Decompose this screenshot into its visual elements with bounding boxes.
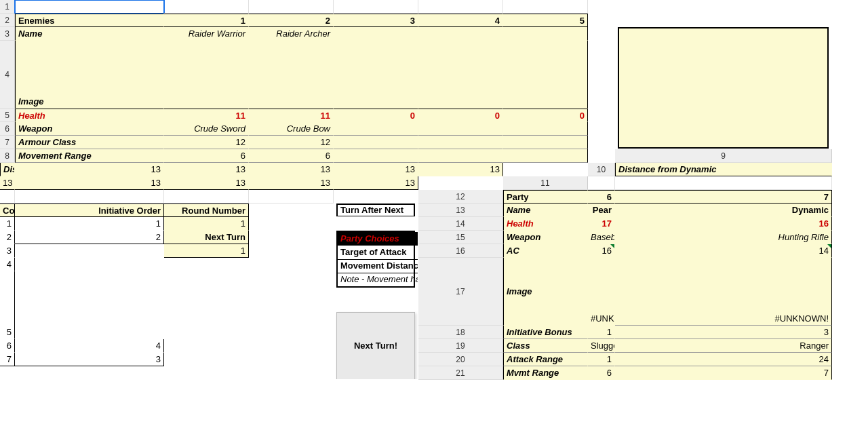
enemy-dist-pear[interactable]: 13 (164, 163, 249, 176)
party-image[interactable]: #UNKNOWN! (588, 258, 615, 326)
party-class[interactable]: Slugger (588, 339, 615, 353)
enemy-move[interactable]: 6 (164, 149, 249, 163)
cell[interactable] (164, 0, 249, 14)
enemy-ac[interactable] (418, 136, 503, 149)
cell[interactable] (164, 339, 249, 353)
cell[interactable] (164, 380, 249, 393)
row-header[interactable]: 19 (418, 339, 503, 353)
enemy-move[interactable] (418, 149, 503, 163)
enemy-health[interactable]: 11 (164, 109, 249, 122)
enemy-weapon[interactable] (334, 122, 418, 136)
enemy-dist-pear[interactable]: 13 (334, 163, 418, 176)
cell[interactable] (418, 0, 503, 14)
row-header[interactable]: 4 (0, 41, 15, 109)
row-header[interactable]: 11 (503, 176, 588, 190)
enemy-name[interactable]: Raider Archer (249, 27, 334, 41)
row-header[interactable]: 10 (588, 163, 615, 176)
row-header[interactable]: 7 (0, 136, 15, 149)
cell[interactable] (164, 271, 249, 339)
enemy-name[interactable]: Raider Warrior (164, 27, 249, 41)
row-header[interactable]: 12 (418, 190, 503, 204)
cell[interactable] (588, 176, 615, 190)
enemy-health[interactable]: 11 (249, 109, 334, 122)
cell[interactable] (15, 258, 164, 271)
combatant-list-item[interactable]: 6 (0, 339, 15, 353)
enemy-ac[interactable] (503, 136, 588, 149)
enemy-health[interactable]: 0 (418, 109, 503, 122)
party-ac[interactable]: 16 (588, 244, 615, 258)
row-header[interactable]: 18 (418, 326, 503, 339)
enemy-weapon[interactable] (418, 122, 503, 136)
party-atk-range[interactable]: 24 (615, 353, 832, 366)
party-health[interactable]: 17 (588, 217, 615, 231)
enemy-dist-dyn[interactable]: 13 (334, 176, 418, 190)
enemy-dist-pear[interactable]: 13 (15, 163, 164, 176)
next-turn-button[interactable]: Next Turn! (336, 312, 415, 380)
row-header[interactable]: 17 (418, 258, 503, 326)
combatant-list-item[interactable]: 4 (0, 258, 15, 271)
row-header[interactable]: 21 (418, 366, 503, 380)
cell[interactable] (164, 366, 249, 380)
cell[interactable] (0, 190, 15, 204)
initiative-order-item[interactable]: 1 (15, 217, 164, 231)
party-weapon[interactable]: Hunting Rifle (615, 231, 832, 244)
enemy-move[interactable] (334, 149, 418, 163)
enemy-dist-pear[interactable]: 13 (418, 163, 503, 176)
enemy-weapon[interactable]: Crude Bow (249, 122, 334, 136)
initiative-order-item[interactable]: 4 (15, 339, 164, 353)
enemy-dist-dyn[interactable]: 13 (0, 176, 15, 190)
combatant-list-item[interactable]: 7 (0, 353, 15, 366)
cell[interactable] (15, 271, 164, 339)
spreadsheet-grid[interactable]: 1 2 Enemies 1 2 3 4 5 3 Name Raider Warr… (0, 0, 868, 393)
party-health[interactable]: 16 (615, 217, 832, 231)
party-atk-range[interactable]: 1 (588, 353, 615, 366)
enemy-ac[interactable] (334, 136, 418, 149)
party-ac[interactable]: 14 (615, 244, 832, 258)
enemy-name[interactable] (418, 27, 503, 41)
cell[interactable] (164, 258, 249, 271)
row-header[interactable]: 15 (418, 231, 503, 244)
selected-cell[interactable] (15, 0, 164, 14)
enemy-weapon[interactable]: Crude Sword (164, 122, 249, 136)
cell[interactable] (164, 190, 249, 204)
party-name[interactable]: Pear (588, 204, 615, 217)
row-header[interactable]: 13 (418, 204, 503, 217)
cell[interactable] (15, 380, 164, 393)
row-header[interactable]: 6 (0, 122, 15, 136)
cell[interactable] (249, 0, 334, 14)
enemy-name[interactable] (503, 27, 588, 41)
row-header[interactable]: 5 (0, 109, 15, 122)
enemy-dist-dyn[interactable]: 13 (15, 176, 164, 190)
enemy-move[interactable]: 6 (249, 149, 334, 163)
cell[interactable] (15, 366, 164, 380)
enemy-dist-pear[interactable]: 13 (249, 163, 334, 176)
cell[interactable] (503, 0, 588, 14)
cell[interactable] (0, 380, 15, 393)
combatant-list-item[interactable]: 2 (0, 231, 15, 244)
initiative-order-item[interactable]: 3 (15, 353, 164, 366)
cell[interactable] (615, 176, 832, 190)
party-init[interactable]: 1 (588, 326, 615, 339)
cell[interactable] (334, 0, 418, 14)
party-mvmt[interactable]: 7 (615, 366, 832, 380)
enemy-move[interactable] (503, 149, 588, 163)
party-weapon[interactable]: Baseball Bat (588, 231, 615, 244)
row-header[interactable]: 1 (0, 0, 15, 14)
round-number-val[interactable]: 1 (164, 217, 249, 231)
party-name[interactable]: Dynamic (615, 204, 832, 217)
party-class[interactable]: Ranger (615, 339, 832, 353)
cell[interactable] (249, 190, 334, 204)
row-header[interactable]: 9 (615, 149, 832, 163)
combatant-list-item[interactable]: 3 (0, 244, 15, 258)
enemy-weapon[interactable] (503, 122, 588, 136)
cell[interactable] (15, 190, 164, 204)
row-header[interactable]: 20 (418, 353, 503, 366)
row-header[interactable]: 3 (0, 27, 15, 41)
party-init[interactable]: 3 (615, 326, 832, 339)
cell[interactable] (0, 366, 15, 380)
row-header[interactable]: 2 (0, 14, 15, 27)
enemy-health[interactable]: 0 (334, 109, 418, 122)
row-header[interactable]: 8 (0, 149, 15, 163)
enemy-name[interactable] (334, 27, 418, 41)
party-image[interactable]: #UNKNOWN! (615, 258, 832, 326)
